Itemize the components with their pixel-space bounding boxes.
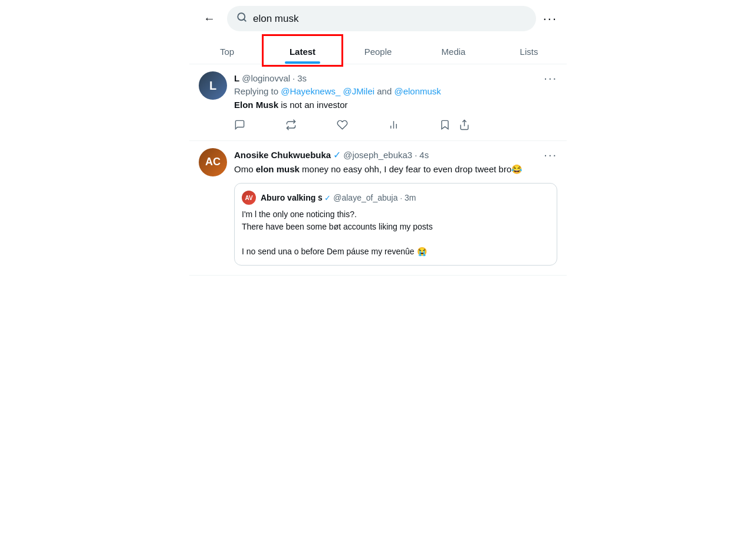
tab-lists-label: Lists xyxy=(520,47,538,57)
reply-icon xyxy=(234,119,245,133)
quote-avatar-image: AV xyxy=(242,191,256,205)
verified-badge: ✓ xyxy=(333,149,341,161)
analytics-button[interactable] xyxy=(388,119,399,133)
tab-top[interactable]: Top xyxy=(189,37,265,64)
header: ← elon musk ··· xyxy=(189,0,567,37)
quote-display-name: Aburo valking ꜱ xyxy=(261,193,322,202)
tab-lists[interactable]: Lists xyxy=(491,37,567,64)
quote-tweet-text: I'm l the only one noticing this?. There… xyxy=(242,208,550,258)
share-icon xyxy=(459,119,470,133)
bookmark-icon xyxy=(439,119,451,133)
tweet-timestamp: 3s xyxy=(297,73,307,83)
avatar[interactable]: AC xyxy=(199,148,227,176)
retweet-icon xyxy=(285,119,297,133)
tweet-more-button[interactable]: ··· xyxy=(544,71,557,85)
tweet-reply-to: Replying to @Hayeknews_ @JMilei and @elo… xyxy=(234,86,557,96)
bookmark-button[interactable] xyxy=(439,119,451,133)
tab-media[interactable]: Media xyxy=(416,37,491,64)
mention-link[interactable]: @Hayeknews_ xyxy=(281,86,340,96)
tweet-user-info: L @loginovval · 3s xyxy=(234,73,307,83)
svg-line-1 xyxy=(244,19,245,21)
tweet-more-button[interactable]: ··· xyxy=(544,148,557,162)
analytics-icon xyxy=(388,119,399,133)
tweet-dot: · xyxy=(415,150,417,160)
avatar-image: L xyxy=(199,71,227,100)
avatar[interactable]: L xyxy=(199,71,227,100)
quote-avatar: AV xyxy=(242,191,256,205)
tweet-header: L @loginovval · 3s ··· xyxy=(234,71,557,85)
tab-top-label: Top xyxy=(220,47,234,57)
tweet-actions xyxy=(234,119,470,133)
tweet-handle: @joseph_ebuka3 xyxy=(343,150,412,160)
tab-latest[interactable]: Latest xyxy=(265,37,340,64)
quote-tweet[interactable]: AV Aburo valking ꜱ ✓ @alaye_of_abuja · 3… xyxy=(234,183,557,266)
tab-people-label: People xyxy=(364,47,392,57)
retweet-button[interactable] xyxy=(285,119,297,133)
tweet-header: Anosike Chukwuebuka ✓ @joseph_ebuka3 · 4… xyxy=(234,148,557,162)
quote-dot: · xyxy=(400,194,402,202)
mention-link[interactable]: @JMilei xyxy=(343,86,375,96)
search-tabs: Top Latest People Media Lists xyxy=(189,37,567,64)
back-button[interactable]: ← xyxy=(199,8,220,30)
avatar-image: AC xyxy=(199,148,227,176)
tweet-text: Omo elon musk money no easy ohh, I dey f… xyxy=(234,163,557,176)
tweet-content: L @loginovval · 3s ··· Replying to @Haye… xyxy=(234,71,557,133)
tweet-display-name: L xyxy=(234,73,239,83)
tweet-row: L L @loginovval · 3s ··· Replying to @Ha… xyxy=(189,64,567,141)
search-bar[interactable]: elon musk xyxy=(227,6,536,31)
like-icon xyxy=(337,119,348,133)
search-query: elon musk xyxy=(253,13,527,25)
tweet-user-info: Anosike Chukwuebuka ✓ @joseph_ebuka3 · 4… xyxy=(234,149,429,161)
quote-verified-badge: ✓ xyxy=(324,194,331,202)
tab-media-label: Media xyxy=(442,47,466,57)
tweet-handle: @loginovval xyxy=(242,73,290,83)
tweet-dot: · xyxy=(292,73,295,83)
like-button[interactable] xyxy=(337,119,348,133)
quote-timestamp: 3m xyxy=(405,193,416,202)
tweet-text: Elon Musk is not an investor xyxy=(234,99,557,112)
quote-handle: @alaye_of_abuja xyxy=(333,193,397,202)
tab-latest-label: Latest xyxy=(290,47,315,57)
tab-people[interactable]: People xyxy=(340,37,416,64)
tweet-display-name: Anosike Chukwuebuka xyxy=(234,150,331,160)
tweet-timestamp: 4s xyxy=(419,150,429,160)
tab-latest-underline xyxy=(285,61,320,64)
search-icon xyxy=(236,12,247,25)
reply-button[interactable] xyxy=(234,119,245,133)
quote-user-info: Aburo valking ꜱ ✓ @alaye_of_abuja · 3m xyxy=(261,193,416,202)
quote-tweet-header: AV Aburo valking ꜱ ✓ @alaye_of_abuja · 3… xyxy=(242,191,550,205)
tweet-row: AC Anosike Chukwuebuka ✓ @joseph_ebuka3 … xyxy=(189,141,567,276)
mention-link[interactable]: @elonmusk xyxy=(394,86,441,96)
back-icon: ← xyxy=(203,12,215,25)
share-button[interactable] xyxy=(459,119,470,133)
tweet-content: Anosike Chukwuebuka ✓ @joseph_ebuka3 · 4… xyxy=(234,148,557,268)
more-options-button[interactable]: ··· xyxy=(543,11,557,27)
